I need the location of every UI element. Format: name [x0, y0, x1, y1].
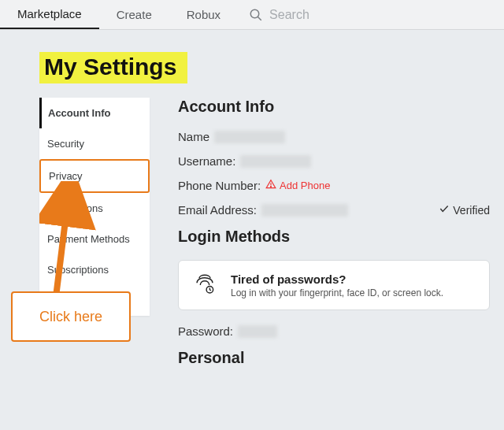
svg-point-3: [271, 186, 272, 187]
verified-badge: Verified: [439, 203, 490, 217]
row-phone: Phone Number: Add Phone: [178, 179, 490, 192]
login-card-title: Tired of passwords?: [231, 272, 443, 286]
svg-line-1: [258, 17, 261, 20]
phone-label: Phone Number:: [178, 179, 261, 192]
sidebar-item-subscriptions[interactable]: Subscriptions: [39, 254, 150, 285]
account-info-heading: Account Info: [178, 98, 490, 116]
login-method-card[interactable]: Tired of passwords? Log in with your fin…: [178, 260, 490, 310]
main-panel: Account Info Name Username: Phone Number…: [150, 98, 504, 381]
email-value: [261, 204, 348, 217]
row-name: Name: [178, 130, 490, 143]
login-card-subtitle: Log in with your fingerprint, face ID, o…: [231, 287, 443, 298]
search-icon: [247, 6, 265, 24]
row-username: Username:: [178, 154, 490, 168]
login-methods-heading: Login Methods: [178, 228, 490, 246]
name-label: Name: [178, 130, 209, 143]
tab-create[interactable]: Create: [99, 0, 169, 29]
svg-point-0: [250, 9, 259, 18]
callout-text: Click here: [39, 309, 102, 325]
password-label: Password:: [178, 324, 233, 338]
personal-heading: Personal: [178, 349, 490, 367]
sidebar-item-privacy[interactable]: Privacy: [39, 159, 150, 193]
sidebar-item-payment-methods[interactable]: Payment Methods: [39, 224, 150, 254]
username-value: [240, 155, 311, 168]
add-phone-link[interactable]: Add Phone: [265, 179, 330, 192]
page-title: My Settings: [39, 52, 187, 83]
top-nav: Marketplace Create Robux: [0, 0, 504, 30]
check-icon: [439, 203, 450, 217]
sidebar-item-security[interactable]: Security: [39, 128, 150, 159]
login-card-text: Tired of passwords? Log in with your fin…: [231, 272, 443, 298]
tab-marketplace[interactable]: Marketplace: [0, 0, 99, 29]
sidebar-item-account-info[interactable]: Account Info: [39, 98, 150, 128]
sidebar-item-notifications[interactable]: Notifications: [39, 193, 150, 224]
email-label: Email Address:: [178, 203, 257, 217]
fingerprint-icon: [191, 272, 218, 298]
warning-icon: [265, 179, 276, 192]
search-input[interactable]: [265, 8, 391, 22]
password-value: [238, 325, 277, 338]
tab-robux[interactable]: Robux: [169, 0, 238, 29]
name-value: [214, 131, 285, 143]
row-password: Password:: [178, 324, 490, 338]
search-wrap: [247, 6, 504, 24]
row-email: Email Address: Verified: [178, 203, 490, 217]
callout-click-here: Click here: [11, 291, 131, 342]
username-label: Username:: [178, 154, 235, 168]
add-phone-text: Add Phone: [280, 180, 330, 191]
settings-sidebar: Account Info Security Privacy Notificati…: [39, 98, 150, 316]
verified-text: Verified: [453, 204, 490, 217]
